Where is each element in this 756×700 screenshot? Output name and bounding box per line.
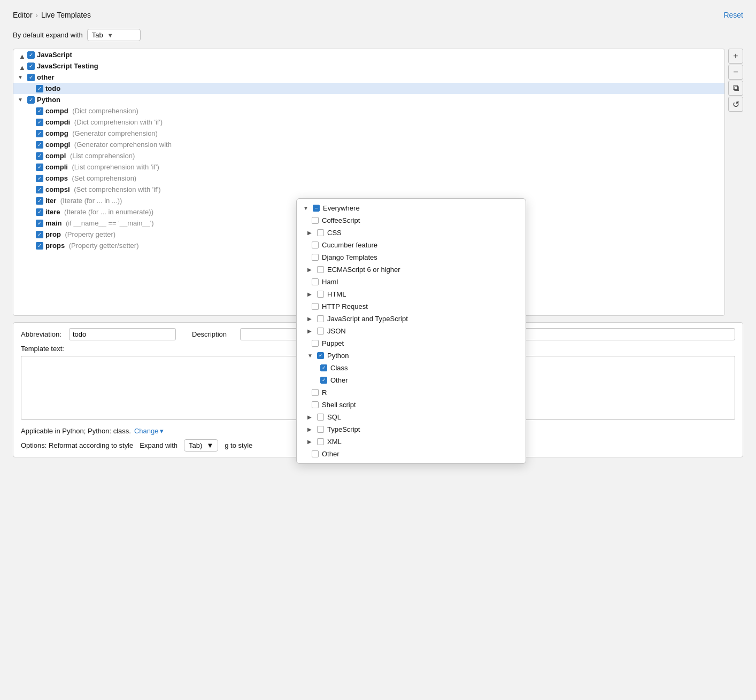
dd-item-coffeescript[interactable]: CoffeeScript xyxy=(297,214,526,227)
checkbox-compd[interactable] xyxy=(36,107,43,115)
checkbox-cucumber[interactable] xyxy=(312,242,319,248)
tree-item-compli[interactable]: ▶ compli (List comprehension with 'if') xyxy=(13,161,724,173)
checkbox-compsi[interactable] xyxy=(36,186,43,193)
copy-button[interactable]: ⧉ xyxy=(728,81,743,96)
checkbox-compli[interactable] xyxy=(36,164,43,171)
dd-item-other[interactable]: Other xyxy=(297,448,526,460)
checkbox-iter[interactable] xyxy=(36,197,43,205)
applicable-text: Applicable in Python; Python: class. xyxy=(21,427,131,435)
tree-item-compd[interactable]: ▶ compd (Dict comprehension) xyxy=(13,105,724,116)
checkbox-shell[interactable] xyxy=(312,401,319,408)
tree-item-comps[interactable]: ▶ comps (Set comprehension) xyxy=(13,173,724,184)
dd-item-haml[interactable]: Haml xyxy=(297,276,526,288)
dd-item-http[interactable]: HTTP Request xyxy=(297,300,526,313)
expand-select[interactable]: Tab ▼ xyxy=(87,29,141,41)
remove-button[interactable]: − xyxy=(728,65,743,80)
label-comps: comps xyxy=(45,174,68,182)
tree-item-todo[interactable]: ▶ todo xyxy=(13,83,724,94)
expand-with-label: Expand with xyxy=(140,441,178,449)
tree-item-python-group[interactable]: ▼ Python xyxy=(13,94,724,105)
checkbox-main[interactable] xyxy=(36,220,43,227)
dd-item-jsts[interactable]: ▶ JavaScript and TypeScript xyxy=(297,313,526,325)
chevron-right-icon: ▶ xyxy=(307,267,314,273)
dd-label-django: Django Templates xyxy=(322,253,377,261)
dd-item-json[interactable]: ▶ JSON xyxy=(297,325,526,337)
chevron-right-icon: ▶ xyxy=(307,426,314,432)
checkbox-ecma[interactable] xyxy=(317,266,324,273)
dd-item-everywhere[interactable]: ▼ Everywhere xyxy=(297,202,526,214)
checkbox-typescript[interactable] xyxy=(317,426,324,433)
dd-item-css[interactable]: ▶ CSS xyxy=(297,227,526,239)
checkbox-html[interactable] xyxy=(317,291,324,298)
checkbox-css[interactable] xyxy=(317,229,324,236)
checkbox-python-other[interactable] xyxy=(320,377,327,384)
undo-button[interactable]: ↺ xyxy=(728,97,743,112)
tree-item-compdi[interactable]: ▶ compdi (Dict comprehension with 'if') xyxy=(13,116,724,128)
tree-item-compgi[interactable]: ▶ compgi (Generator comprehension with xyxy=(13,139,724,150)
tree-item-compg[interactable]: ▶ compg (Generator comprehension) xyxy=(13,128,724,139)
tree-label-python: Python xyxy=(37,96,60,104)
checkbox-prop[interactable] xyxy=(36,231,43,238)
dd-label-jsts: JavaScript and TypeScript xyxy=(327,315,408,323)
change-link[interactable]: Change ▾ xyxy=(134,427,164,435)
dd-item-html[interactable]: ▶ HTML xyxy=(297,288,526,300)
desc-main: (if __name__ == '__main__') xyxy=(64,219,153,227)
checkbox-itere[interactable] xyxy=(36,208,43,216)
tree-toolbar: + − ⧉ ↺ xyxy=(728,49,743,316)
dd-label-puppet: Puppet xyxy=(322,339,344,347)
checkbox-xml[interactable] xyxy=(317,438,324,445)
checkbox-http[interactable] xyxy=(312,303,319,310)
checkbox-js-testing[interactable] xyxy=(27,63,35,70)
dd-label-python-group: Python xyxy=(327,352,349,360)
dd-item-typescript[interactable]: ▶ TypeScript xyxy=(297,423,526,435)
reset-button[interactable]: Reset xyxy=(723,11,743,19)
dd-item-shell[interactable]: Shell script xyxy=(297,399,526,411)
desc-compg: (Generator comprehension) xyxy=(71,129,158,137)
add-button[interactable]: + xyxy=(728,49,743,64)
abbr-input[interactable] xyxy=(69,328,176,340)
checkbox-sql[interactable] xyxy=(317,414,324,421)
tree-item-compsi[interactable]: ▶ compsi (Set comprehension with 'if') xyxy=(13,184,724,195)
checkbox-compgi[interactable] xyxy=(36,141,43,149)
label-compgi: compgi xyxy=(45,141,70,149)
checkbox-python-group[interactable] xyxy=(317,352,324,359)
checkbox-compl[interactable] xyxy=(36,152,43,160)
tree-item-other-group[interactable]: ▼ other xyxy=(13,72,724,83)
checkbox-python-class[interactable] xyxy=(320,364,327,371)
dd-item-r[interactable]: R xyxy=(297,386,526,399)
expand-with-select[interactable]: Tab) ▼ xyxy=(184,439,218,452)
checkbox-everywhere[interactable] xyxy=(313,205,320,212)
tree-item-javascript[interactable]: ▶ JavaScript xyxy=(13,49,724,60)
checkbox-r[interactable] xyxy=(312,389,319,396)
tree-label-javascript: JavaScript xyxy=(37,51,72,59)
tree-item-compl[interactable]: ▶ compl (List comprehension) xyxy=(13,150,724,161)
tree-item-js-testing[interactable]: ▶ JavaScript Testing xyxy=(13,60,724,72)
dd-item-sql[interactable]: ▶ SQL xyxy=(297,411,526,423)
options-text: Options: Reformat according to style xyxy=(21,441,133,449)
checkbox-jsts[interactable] xyxy=(317,315,324,322)
checkbox-compg[interactable] xyxy=(36,130,43,137)
dd-item-xml[interactable]: ▶ XML xyxy=(297,435,526,448)
dd-item-django[interactable]: Django Templates xyxy=(297,251,526,263)
checkbox-comps[interactable] xyxy=(36,175,43,182)
dd-item-cucumber[interactable]: Cucumber feature xyxy=(297,239,526,251)
checkbox-coffeescript[interactable] xyxy=(312,217,319,224)
checkbox-django[interactable] xyxy=(312,254,319,261)
checkbox-compdi[interactable] xyxy=(36,119,43,126)
checkbox-puppet[interactable] xyxy=(312,340,319,347)
checkbox-todo[interactable] xyxy=(36,85,43,92)
dd-label-css: CSS xyxy=(327,229,342,237)
checkbox-haml[interactable] xyxy=(312,278,319,285)
checkbox-json[interactable] xyxy=(317,328,324,335)
checkbox-python[interactable] xyxy=(27,96,35,104)
dd-item-puppet[interactable]: Puppet xyxy=(297,337,526,349)
checkbox-props[interactable] xyxy=(36,242,43,250)
applicable-dropdown[interactable]: ▼ Everywhere CoffeeScript ▶ CSS Cucumber… xyxy=(296,198,526,464)
checkbox-other[interactable] xyxy=(27,74,35,81)
checkbox-javascript[interactable] xyxy=(27,51,35,59)
dd-item-python-other[interactable]: Other xyxy=(297,374,526,386)
checkbox-other-dd[interactable] xyxy=(312,450,319,457)
dd-item-python-group[interactable]: ▼ Python xyxy=(297,349,526,362)
dd-item-ecma[interactable]: ▶ ECMAScript 6 or higher xyxy=(297,263,526,276)
dd-item-python-class[interactable]: Class xyxy=(297,362,526,374)
